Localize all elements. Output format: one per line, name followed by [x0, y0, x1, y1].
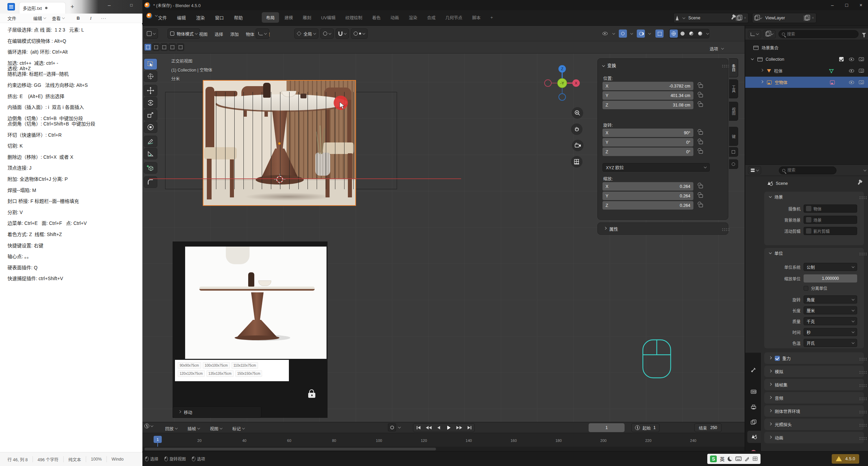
n-panel-tab[interactable]: 工具: [729, 79, 738, 98]
pin-icon[interactable]: [857, 181, 861, 185]
zoom-button[interactable]: [572, 107, 583, 119]
n-panel-tab-addon1[interactable]: [729, 147, 738, 157]
collection-checkbox[interactable]: [839, 57, 844, 61]
overlays-toggle[interactable]: [637, 30, 645, 38]
tool-annotate[interactable]: [144, 136, 157, 147]
tool-scale[interactable]: [144, 109, 157, 121]
camera-view-button[interactable]: [572, 140, 584, 151]
size-chip[interactable]: 120x120x75cm: [178, 370, 205, 377]
tool-select-box[interactable]: [144, 58, 157, 70]
next-keyframe-button[interactable]: [454, 424, 464, 432]
auto-key-button[interactable]: [388, 423, 400, 431]
tab-render[interactable]: [747, 385, 760, 397]
new-scene-button[interactable]: [735, 15, 742, 21]
workspace-tab[interactable]: 雕刻: [298, 12, 316, 23]
properties-section[interactable]: 音频: [764, 392, 864, 404]
play-button[interactable]: [444, 424, 454, 432]
tab-view-layer[interactable]: [747, 416, 760, 428]
scale-row[interactable]: Y0.264: [603, 192, 703, 200]
proportional-edit-dropdown[interactable]: [351, 28, 368, 39]
lock-icon[interactable]: [699, 150, 703, 154]
properties-search-input[interactable]: [787, 168, 828, 173]
rotation-mode-dropdown[interactable]: XYZ 欧拉: [603, 163, 710, 172]
lock-icon[interactable]: [699, 185, 703, 188]
options-dropdown[interactable]: 选项: [708, 44, 724, 53]
menu-edit[interactable]: 编辑: [33, 15, 42, 21]
unit-dropdown[interactable]: 厘米: [804, 306, 857, 314]
workspace-tab[interactable]: 几何节点: [441, 12, 467, 23]
remove-viewlayer-button[interactable]: ×: [812, 16, 814, 20]
viewport-menu-item[interactable]: 选择: [213, 30, 225, 38]
scene-panel-header[interactable]: 场景: [764, 192, 864, 202]
tool-rotate[interactable]: [144, 97, 157, 109]
properties-section[interactable]: 刚体世界环境: [764, 405, 864, 417]
tab-tool[interactable]: [747, 364, 760, 376]
scene-selector[interactable]: Scene ×: [673, 13, 749, 23]
eye-icon[interactable]: [849, 58, 854, 61]
workspace-tab[interactable]: 合成: [422, 12, 440, 23]
camera-icon[interactable]: [859, 69, 864, 73]
workspace-tab[interactable]: 渲染: [404, 12, 421, 23]
ortho-toggle-button[interactable]: [571, 156, 583, 168]
more-button[interactable]: ···: [101, 16, 106, 21]
navigation-gizmo[interactable]: Z X -Y: [544, 64, 581, 102]
notepad-tab[interactable]: 多边形.txt: [19, 2, 66, 14]
keyboard-icon[interactable]: [735, 457, 742, 461]
new-viewlayer-button[interactable]: [803, 15, 810, 21]
location-row[interactable]: Z31.08 cm: [603, 101, 703, 109]
select-mode-invert-button[interactable]: [169, 43, 176, 51]
workspace-tab[interactable]: 动画: [386, 12, 403, 23]
blender-menu-icon[interactable]: [146, 13, 152, 19]
operator-panel-move[interactable]: 移动: [173, 406, 261, 418]
select-mode-extend-button[interactable]: [152, 43, 160, 51]
current-frame-marker[interactable]: 1: [154, 436, 162, 443]
topbar-menu-item[interactable]: 文件: [155, 13, 170, 22]
location-row[interactable]: X-0.3782 cm: [603, 82, 703, 90]
tool-cursor[interactable]: [144, 71, 157, 82]
n-panel-tab[interactable]: 条目: [729, 58, 738, 77]
shading-rendered-button[interactable]: [696, 30, 704, 38]
lock-icon[interactable]: [699, 204, 703, 207]
unit-scale-field[interactable]: 1.000000: [804, 274, 857, 283]
rotation-row[interactable]: Y0°: [603, 138, 703, 147]
caret-right-icon[interactable]: [761, 69, 763, 72]
tab-scene[interactable]: [747, 431, 761, 443]
gizmo-toggle[interactable]: [619, 30, 627, 38]
shading-wireframe-button[interactable]: [670, 30, 678, 38]
shading-material-button[interactable]: [687, 30, 695, 38]
size-chip[interactable]: 110x110x75cm: [232, 362, 258, 369]
topbar-menu-item[interactable]: 渲染: [193, 13, 208, 22]
select-mode-subtract-button[interactable]: [160, 43, 168, 51]
notepad-minimize-button[interactable]: –: [108, 2, 111, 8]
jump-to-end-button[interactable]: [464, 424, 474, 432]
workspace-tab[interactable]: 建模: [280, 12, 297, 23]
scale-row[interactable]: Z0.264: [603, 201, 703, 210]
eye-icon[interactable]: [849, 69, 854, 73]
viewport-canvas[interactable]: 正交前视图 (1) Collection | 空物体 分米: [142, 54, 745, 422]
id-field[interactable]: 场景: [804, 216, 857, 224]
unit-system-dropdown[interactable]: 公制: [804, 263, 857, 271]
caret-right-icon[interactable]: [761, 80, 763, 83]
version-badge[interactable]: 4.5.0: [832, 454, 859, 464]
unit-dropdown[interactable]: 开氏: [804, 339, 857, 347]
tool-move[interactable]: [144, 85, 157, 96]
breadcrumb-label[interactable]: Scene: [776, 181, 788, 186]
outliner-search[interactable]: [778, 30, 859, 38]
transform-dropdown[interactable]: [256, 28, 269, 39]
frame-end-field[interactable]: 结束 250: [694, 423, 722, 432]
editor-type-button[interactable]: [144, 28, 158, 39]
workspace-tab[interactable]: 布局: [262, 12, 279, 23]
units-panel-header[interactable]: 单位: [764, 248, 864, 258]
camera-icon[interactable]: [859, 80, 864, 84]
properties-section[interactable]: 重力: [764, 352, 864, 364]
size-chip[interactable]: 150x150x75cm: [235, 370, 262, 377]
properties-editor-type[interactable]: [748, 166, 761, 174]
unit-dropdown[interactable]: 角度: [804, 295, 857, 304]
blender-minimize-button[interactable]: –: [825, 0, 840, 10]
visibility-toggle[interactable]: [601, 30, 609, 38]
topbar-menu-item[interactable]: 编辑: [174, 13, 189, 22]
moon-icon[interactable]: [728, 457, 732, 461]
filter-funnel-icon[interactable]: [862, 33, 866, 35]
select-mode-intersect-button[interactable]: [177, 43, 184, 51]
n-panel-tab[interactable]: 键: [729, 127, 738, 146]
